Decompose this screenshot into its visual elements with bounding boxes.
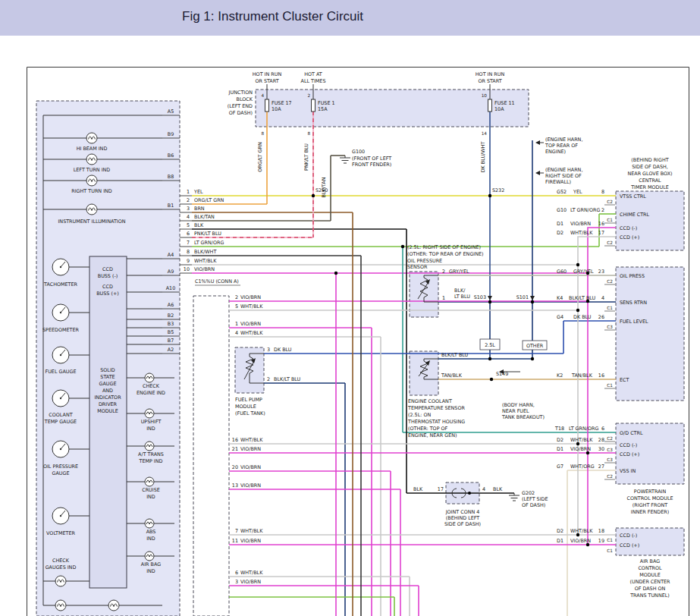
pin-number: 4 [482, 486, 485, 492]
oil-gauge-label: OIL PRESSURE [43, 464, 78, 470]
fuel-gauge-label: FUEL GAUGE [46, 369, 77, 375]
ect-sensor-label: (OTHER: TOP OF [408, 426, 448, 432]
ect-sensor-label: TEMPERATURE SENSOR [407, 405, 465, 411]
check-gauges-lamp-icon [55, 576, 66, 586]
wire-color-label: DK BLU/WHT [480, 142, 486, 173]
ccd-buss-plus-label: CCD [102, 284, 113, 290]
splice-s149-dot [490, 378, 493, 381]
conn-a-pin: 4 [187, 214, 190, 220]
airbag-label: MODULE [639, 572, 661, 578]
oil-gauge-label: GAUGE [52, 470, 70, 476]
conn-a-pin: 7 [187, 240, 190, 246]
fuse1-amps: 15A [318, 106, 328, 112]
wire-color: WHT/BLK [570, 437, 593, 443]
fuse-pin: 8 [307, 131, 310, 136]
right-turn-label: RIGHT TURN IND [71, 188, 112, 194]
circuit-id: K4 [557, 295, 563, 301]
pin-number: 27 [598, 464, 604, 470]
fuse11-label: FUSE 11 [494, 100, 515, 106]
airbag-label: (UNDER CENTER [629, 579, 670, 585]
engine-harn1-note: ENGINE) [545, 149, 566, 155]
fuel-pump-label: (FUEL TANK) [235, 410, 265, 416]
wire-color: BLK [493, 486, 503, 492]
connector-id: C2 [607, 240, 613, 245]
conn-b-pin: 4 [235, 330, 238, 336]
oil-sensor-name: OIL PRESSURE [407, 258, 442, 264]
connector-id: C2 [607, 279, 613, 284]
wire-color: BLK/LT BLU [441, 352, 469, 358]
abs-lamp-icon [145, 519, 154, 528]
pin-number: 30 [598, 446, 604, 452]
pin-number: 4 [601, 295, 604, 301]
conn-b-color: VIO/BRN [240, 482, 261, 489]
junction-block-label: JUNCTION [228, 90, 253, 96]
fuse17-label: FUSE 17 [272, 100, 292, 106]
speedometer-label: SPEEDOMETER [42, 327, 79, 333]
oil-sensor-loc: (OTHER: TOP REAR OF ENGINE) [407, 251, 484, 257]
variant-other-label: OTHER [526, 343, 544, 349]
splice-s250-dot [312, 194, 315, 197]
airbag-row-label: CCD (-) [620, 533, 637, 539]
upshift-lamp-icon [145, 409, 154, 418]
s101-arrow-icon [530, 296, 535, 300]
connector-id: C1 [607, 306, 613, 310]
conn-b-color: VIO/BRN [240, 579, 261, 585]
air-bag-ind-label: AIR BAG [141, 561, 161, 567]
fuse17-amps: 10A [272, 106, 281, 112]
fuse-pin: 8 [261, 131, 264, 136]
edge-pin: B7 [168, 338, 174, 344]
pcm-row-label: VSS IN [620, 468, 636, 474]
conn-b-color: WHT/BLK [240, 437, 263, 443]
splice-s101-dot [531, 300, 534, 303]
air-bag-ind-label: IND [146, 568, 155, 574]
fuse11-amps: 10A [494, 106, 504, 112]
coolant-temp-gauge-icon [52, 390, 69, 407]
edge-pin: B1 [168, 203, 174, 209]
wire-color: LT GRN/ORG [570, 207, 600, 213]
cruise-label: CRUISE [142, 487, 160, 493]
ctm-loc: (BEHIND RIGHT [631, 157, 668, 163]
junction-block-label: BLOCK [237, 96, 253, 102]
ect-sensor-box [410, 351, 438, 395]
conn-b-color: WHT/BLK [240, 303, 263, 310]
engine-harn2-arrow-icon [535, 171, 544, 175]
pcm-row-label: SENS RTRN [620, 300, 647, 306]
check-engine-label: CHECK [143, 383, 160, 389]
pcm-row-label: CCD (+) [620, 451, 639, 457]
circuit-id: D2 [557, 528, 563, 534]
circuit-id: D1 [557, 538, 563, 544]
ect-sensor-label: THERMOSTAT HOUSING [407, 419, 465, 425]
pin-number: 16 [598, 372, 604, 379]
body-harn-note: (BODY HARN, [502, 402, 535, 408]
splice-s101-label: S101 [516, 294, 529, 300]
wiring-diagram-page: Fig 1: Instrument Cluster Circuit [0, 0, 700, 616]
edge-pin: B2 [168, 313, 174, 319]
connector-id: C1 [607, 383, 613, 388]
wire-color: VIO/BRN [570, 221, 591, 227]
coolant-gauge-label: TEMP GAUGE [44, 419, 77, 425]
g100-loc: (FRONT OF LEFT [352, 156, 391, 162]
ccd-buss-plus-label: BUSS (+) [96, 291, 119, 297]
speedometer-gauge-icon [52, 304, 69, 321]
ctm-loc: SIDE OF DASH, [632, 164, 668, 170]
tachometer-label: TACHOMETER [43, 281, 77, 288]
wire-color: BLK/LT BLU [569, 295, 596, 301]
conn-a-color: LT GRN/ORG [194, 240, 224, 246]
conn-a-color: BLK [194, 222, 204, 228]
ctm-loc: NEAR GLOVE BOX) [627, 171, 672, 177]
pin-number: 8 [601, 189, 604, 195]
wire-color: BLK/ [454, 288, 466, 294]
conn-b-pin: 13 [232, 482, 238, 489]
connector-id: C3 [607, 448, 613, 452]
instrument-cluster-wiring-diagram: HOT IN RUN OR START HOT AT ALL TIMES HOT… [0, 0, 700, 616]
conn-b-color: VIO/BRN [240, 446, 261, 452]
edge-pin: A4 [168, 252, 174, 258]
conn-a-label: C1%%U (CONN A) [195, 278, 239, 284]
conn-b-pin: 6 [235, 570, 238, 576]
splice-s103-dot [488, 300, 491, 303]
tachometer-gauge-icon [52, 259, 69, 275]
wire-color: WHT/BLK [570, 230, 593, 236]
joint-conn-label: JOINT CONN 4 [445, 509, 480, 515]
airbag-label: TRANS TUNNEL) [629, 592, 670, 599]
fuse-pin: 10 [482, 93, 488, 98]
